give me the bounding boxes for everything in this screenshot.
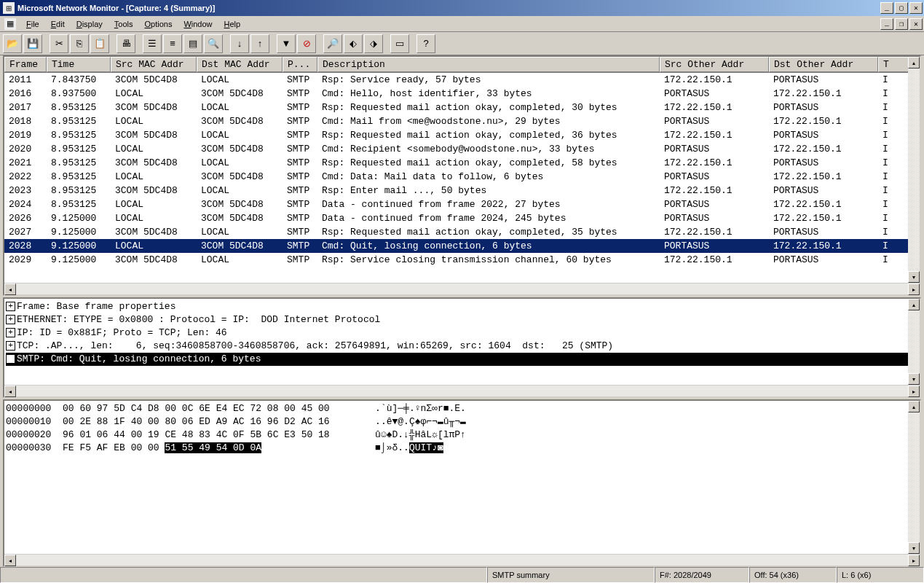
next-frame-button[interactable]: ⬗ [364,34,383,53]
menu-display[interactable]: Display [71,18,108,30]
scroll-left-icon[interactable]: ◂ [4,283,16,295]
hex-line[interactable]: 00000030 FE F5 AF EB 00 00 51 55 49 54 0… [6,442,918,455]
grid-header: Frame Time Src MAC Addr Dst MAC Addr P..… [4,57,920,73]
col-time[interactable]: Time [47,57,111,72]
detail-line[interactable]: +Frame: Base frame properties [6,300,918,313]
table-row[interactable]: 20299.1250003COM 5DC4D8LOCALSMTPRsp: Ser… [4,253,920,267]
paste-button[interactable]: 📋 [90,34,109,53]
no-filter-button[interactable]: ⊘ [297,34,316,53]
close-button[interactable]: ✕ [909,2,923,14]
print-button[interactable]: 🖶 [117,34,135,53]
grid-body[interactable]: 20117.8437503COM 5DC4D8LOCALSMTPRsp: Ser… [4,73,920,283]
table-row[interactable]: 20168.937500LOCAL3COM 5DC4D8SMTPCmd: Hel… [4,87,920,101]
detail-line[interactable]: +TCP: .AP..., len: 6, seq:3460858700-346… [6,340,918,353]
expand-icon[interactable]: + [6,341,15,351]
table-row[interactable]: 20208.953125LOCAL3COM 5DC4D8SMTPCmd: Rec… [4,142,920,156]
col-dst-mac[interactable]: Dst MAC Addr [197,57,283,72]
expand-icon[interactable]: + [6,302,15,311]
detail-line[interactable]: +ETHERNET: ETYPE = 0x0800 : Protocol = I… [6,313,918,326]
table-row[interactable]: 20269.125000LOCAL3COM 5DC4D8SMTPData - c… [4,211,920,225]
expand-icon[interactable]: + [6,354,15,364]
scroll-right-icon[interactable]: ▸ [908,283,920,295]
status-frame: F#: 2028/2049 [655,567,749,583]
col-src-other[interactable]: Src Other Addr [660,57,769,72]
cut-button[interactable]: ✂ [50,34,68,53]
scroll-up-icon[interactable]: ▴ [908,401,920,412]
maximize-button[interactable]: ▢ [895,2,908,14]
mdi-minimize-button[interactable]: _ [880,18,893,30]
table-row[interactable]: 20279.1250003COM 5DC4D8LOCALSMTPRsp: Req… [4,225,920,239]
up-arrow-button[interactable]: ↑ [250,34,269,53]
menubar: ▦ FFileile Edit Display Tools Options Wi… [0,16,924,32]
pane-toggle-button[interactable]: ▭ [390,34,409,53]
detail-hscrollbar[interactable]: ◂ ▸ [4,385,920,396]
down-arrow-button[interactable]: ↓ [230,34,249,53]
scroll-up-icon[interactable]: ▴ [908,299,920,310]
menu-options[interactable]: Options [138,18,178,30]
menu-tools[interactable]: Tools [108,18,139,30]
col-dst-other[interactable]: Dst Other Addr [769,57,878,72]
expand-icon[interactable]: + [6,315,15,324]
doc-icon: ▦ [4,18,16,30]
detail-pane-button[interactable]: ≡ [163,34,182,53]
filter-button[interactable]: ▼ [277,34,296,53]
find-button[interactable]: 🔎 [323,34,342,53]
expand-icon[interactable]: + [6,328,15,337]
scroll-down-icon[interactable]: ▾ [908,542,920,554]
hex-selection: 51 55 49 54 0D 0A [165,442,261,453]
detail-line[interactable]: +SMTP: Cmd: Quit, losing connection, 6 b… [6,353,918,366]
table-row[interactable]: 20238.9531253COM 5DC4D8LOCALSMTPRsp: Ent… [4,184,920,197]
table-row[interactable]: 20218.9531253COM 5DC4D8LOCALSMTPRsp: Req… [4,156,920,170]
detail-body[interactable]: +Frame: Base frame properties+ETHERNET: … [4,299,920,385]
scroll-right-icon[interactable]: ▸ [908,555,920,566]
summary-pane: Frame Time Src MAC Addr Dst MAC Addr P..… [3,55,921,296]
hex-pane-button[interactable]: ▤ [183,34,202,53]
menu-file[interactable]: FFileile [20,18,45,30]
mdi-restore-button[interactable]: ❐ [895,18,908,30]
table-row[interactable]: 20198.9531253COM 5DC4D8LOCALSMTPRsp: Req… [4,128,920,142]
copy-button[interactable]: ⎘ [70,34,89,53]
help-button[interactable]: ? [416,34,435,53]
table-row[interactable]: 20178.9531253COM 5DC4D8LOCALSMTPRsp: Req… [4,101,920,114]
scroll-left-icon[interactable]: ◂ [4,386,16,397]
table-row[interactable]: 20117.8437503COM 5DC4D8LOCALSMTPRsp: Ser… [4,73,920,87]
table-row[interactable]: 20228.953125LOCAL3COM 5DC4D8SMTPCmd: Dat… [4,170,920,184]
hex-hscrollbar[interactable]: ◂ ▸ [4,554,920,566]
scroll-right-icon[interactable]: ▸ [908,386,920,397]
scroll-left-icon[interactable]: ◂ [4,555,16,566]
scroll-up-icon[interactable]: ▴ [908,57,920,69]
menu-window[interactable]: Window [178,18,218,30]
menu-help[interactable]: Help [218,18,247,30]
mdi-close-button[interactable]: ✕ [909,18,923,30]
table-row[interactable]: 20248.953125LOCAL3COM 5DC4D8SMTPData - c… [4,197,920,211]
status-blank [0,567,487,583]
zoom-button[interactable]: 🔍 [204,34,223,53]
window-title: Microsoft Network Monitor - [Capture: 4 … [17,4,215,12]
vscrollbar[interactable]: ▴ ▾ [908,57,920,283]
col-src-mac[interactable]: Src MAC Addr [111,57,197,72]
scroll-down-icon[interactable]: ▾ [908,373,920,385]
prev-frame-button[interactable]: ⬖ [344,34,363,53]
detail-vscrollbar[interactable]: ▴ ▾ [908,299,920,385]
hex-line[interactable]: 00000010 00 2E 88 1F 40 00 80 06 ED A9 A… [6,415,918,429]
col-frame[interactable]: Frame [4,57,47,72]
scroll-down-icon[interactable]: ▾ [908,271,920,283]
titlebar: ⊞ Microsoft Network Monitor - [Capture: … [0,0,924,16]
hex-vscrollbar[interactable]: ▴ ▾ [908,401,920,554]
toolbar: 📂 💾 ✂ ⎘ 📋 🖶 ☰ ≡ ▤ 🔍 ↓ ↑ ▼ ⊘ 🔎 ⬖ ⬗ ▭ ? [0,32,924,55]
statusbar: SMTP summary F#: 2028/2049 Off: 54 (x36)… [0,567,924,583]
menu-edit[interactable]: Edit [45,18,71,30]
hex-line[interactable]: 00000020 96 01 06 44 00 19 CE 48 83 4C 0… [6,429,918,442]
col-protocol[interactable]: P... [283,57,317,72]
hex-line[interactable]: 00000000 00 60 97 5D C4 D8 00 0C 6E E4 E… [6,402,918,415]
summary-pane-button[interactable]: ☰ [143,34,162,53]
open-button[interactable]: 📂 [3,34,22,53]
table-row[interactable]: 20289.125000LOCAL3COM 5DC4D8SMTPCmd: Qui… [4,239,920,253]
minimize-button[interactable]: _ [880,2,893,14]
col-description[interactable]: Description [317,57,660,72]
detail-line[interactable]: +IP: ID = 0x881F; Proto = TCP; Len: 46 [6,326,918,340]
save-button[interactable]: 💾 [23,34,42,53]
hex-body[interactable]: 00000000 00 60 97 5D C4 D8 00 0C 6E E4 E… [4,401,920,554]
table-row[interactable]: 20188.953125LOCAL3COM 5DC4D8SMTPCmd: Mai… [4,114,920,128]
hscrollbar[interactable]: ◂ ▸ [4,283,920,294]
